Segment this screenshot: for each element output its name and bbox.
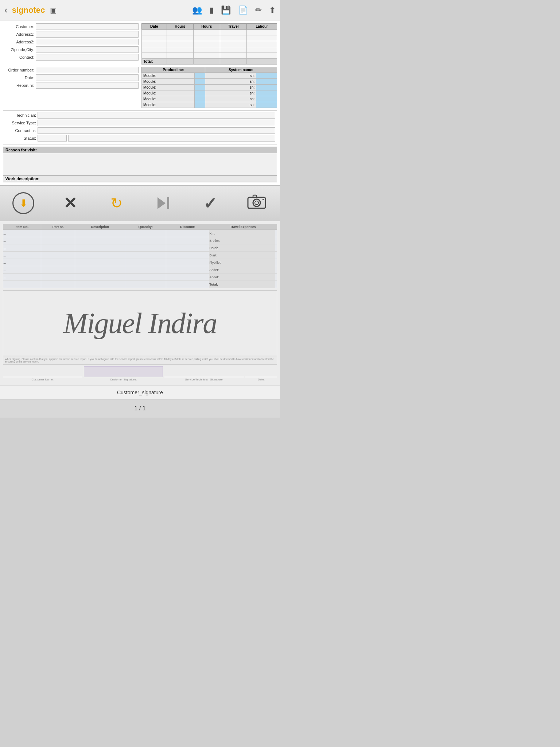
customer-input[interactable] [36,23,139,30]
service-type-input[interactable] [38,120,275,126]
product-row: Module: sn: [142,79,277,85]
system-name-header: System name: [205,67,277,73]
module-value[interactable] [194,90,205,96]
logo-part2: tec [33,5,45,15]
download-circle: ⬇ [12,192,34,214]
order-number-input[interactable] [36,67,139,73]
window-icon[interactable]: ▮ [209,5,214,15]
address1-input[interactable] [36,31,139,38]
sn-value[interactable] [256,90,277,96]
address2-input[interactable] [36,39,139,45]
toolbar-bar: ⬇ ✕ ↻ ✓ [0,185,280,221]
camera-button[interactable] [244,190,270,216]
people-icon[interactable]: 👥 [192,5,202,15]
status-row: Status: [5,135,275,142]
skip-button[interactable] [150,190,176,216]
contract-nr-label: Contract nr: [5,128,38,133]
reason-body[interactable] [3,153,277,175]
sn-value[interactable] [256,79,277,85]
service-tech-field-wrap: Service/Technician Signature: [164,366,244,381]
service-tech-label: Service/Technician Signature: [164,377,244,381]
save-icon[interactable]: 💾 [221,5,231,15]
module-value[interactable] [194,96,205,102]
technician-section: Technician: Service Type: Contract nr: S… [3,110,277,144]
module-label: Module: [142,96,195,102]
status-input1[interactable] [38,135,67,142]
contact-label: Contact: [3,55,36,59]
col-date: Date [142,24,167,30]
item-no-cell: ... [3,274,41,281]
contact-input[interactable] [36,54,139,61]
doc-icon[interactable]: 📄 [238,5,248,15]
module-label: Module: [142,73,195,79]
back-button[interactable]: ‹ [4,4,8,16]
svg-point-3 [253,199,260,206]
refresh-button[interactable]: ↻ [104,190,130,216]
items-row: ... Hotel: [3,244,277,252]
sn-label: sn: [205,96,256,102]
date-label: Date: [3,76,36,80]
hours-table-section: Date Hours Hours Travel Labour Total: [141,23,277,65]
sn-value[interactable] [256,85,277,90]
customer-name-field[interactable] [3,366,82,377]
download-icon: ⬇ [19,197,28,209]
page-indicator: 1 / 1 [0,399,280,418]
cancel-button[interactable]: ✕ [57,190,83,216]
upload-icon[interactable]: ⬆ [269,5,276,15]
reason-section: Reason for visit: [3,147,277,175]
date-field[interactable] [245,366,277,377]
signature-label-text: Customer_signature [117,390,163,395]
technician-label: Technician: [5,113,38,117]
module-value[interactable] [194,85,205,90]
items-row: Total: [3,281,277,288]
item-no-cell: ... [3,230,41,237]
zipcity-label: Zipcode,City: [3,47,36,52]
col-labour: Labour [247,24,277,30]
date-input[interactable] [36,74,139,81]
module-value[interactable] [194,73,205,79]
sn-label: sn: [205,102,256,108]
status-label: Status: [5,136,38,140]
sn-value[interactable] [256,73,277,79]
svg-point-4 [255,201,258,205]
product-table-section: Productline: System name: Module: sn: Mo… [141,67,277,108]
address2-label: Address2: [3,40,36,44]
status-input2[interactable] [68,135,275,142]
customer-sig-field-wrap: Customer Signature: [84,366,163,381]
module-value[interactable] [194,102,205,108]
cancel-icon: ✕ [63,195,77,211]
product-row: Module: sn: [142,90,277,96]
confirm-button[interactable]: ✓ [197,190,223,216]
service-tech-field[interactable] [164,366,244,377]
customer-name-label: Customer Name: [3,377,82,381]
zipcity-input[interactable] [36,46,139,53]
sn-value[interactable] [256,96,277,102]
technician-input[interactable] [38,112,275,119]
date-label: Date: [245,377,277,381]
disc-cell [166,230,209,237]
items-table: Item No. Part nr. Description Quantity: … [3,224,277,288]
flybillet-label: Flybillet: [209,259,275,266]
sn-value[interactable] [256,102,277,108]
header: ‹ signotec ▣ 👥 ▮ 💾 📄 ✏ ⬆ [0,0,280,20]
col-quantity: Quantity: [125,224,166,230]
hours-row [142,30,277,35]
pen-icon[interactable]: ✏ [255,5,262,15]
technician-row: Technician: [5,112,275,119]
col-part-nr: Part nr. [41,224,75,230]
hotel-label: Hotel: [209,244,275,252]
hours-row [142,35,277,41]
refresh-icon: ↻ [110,195,123,212]
item-no-cell: ... [3,252,41,259]
module-value[interactable] [194,79,205,85]
product-table: Productline: System name: Module: sn: Mo… [141,67,277,108]
customer-signature-field[interactable] [84,366,163,377]
contract-nr-input[interactable] [38,127,275,134]
customer-label: Customer: [3,24,36,29]
module-label: Module: [142,90,195,96]
andet1-label: Andet: [209,266,275,274]
download-button[interactable]: ⬇ [10,190,36,216]
col-hours1: Hours [167,24,193,30]
report-nr-input[interactable] [36,82,139,89]
brotler-label: Brötler: [209,237,275,244]
